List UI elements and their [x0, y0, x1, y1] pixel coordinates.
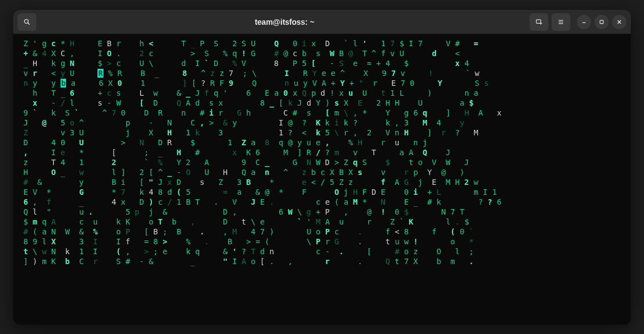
matrix-line: # ( a N W & % o P [ B ; B . , M 4 7 ) U …	[19, 227, 625, 237]
window-controls	[530, 13, 626, 31]
matrix-line: $ m q A c u k K o T b , D t \ e ` ' M A …	[19, 217, 625, 227]
matrix-line: Q l " u . 5 p j & D , 6 W \ g + P , @ ! …	[19, 207, 625, 217]
matrix-line: v r < y U R % R B _ 8 ^ z z 7 ; \ I R Y …	[19, 68, 625, 78]
new-tab-button[interactable]	[530, 13, 548, 31]
titlebar: team@itsfoss: ~	[13, 10, 631, 34]
matrix-line: t \ w N k 1 I ( , > ; e k q & ' ? T d n …	[19, 247, 625, 256]
matrix-line: D 4 0 U > N D R $ 1 Z a 8 q @ y u e , % …	[19, 138, 625, 147]
matrix-line: 9 ` k S ` ^ 7 0 D R n # i r G h C # s [ …	[19, 108, 625, 118]
matrix-line: x - / l s - W [ D Q A d s x 8 _ [ k J d …	[19, 98, 625, 108]
matrix-line: E V * G * 7 k 4 8 d ( 5 = a & @ * F O j …	[19, 187, 625, 197]
new-tab-icon	[535, 18, 543, 26]
matrix-line: n y y b a 6 X 0 1 ] [ ? R F 9 Q n u y V …	[19, 78, 625, 88]
matrix-line: Z v 3 U j X H 1 k 3 1 ? < k 5 \ r , 2 V …	[19, 128, 625, 138]
menu-button[interactable]	[552, 13, 570, 31]
matrix-line: ] ) m K b C r S # - & _ " I A o [ . , r …	[19, 256, 625, 266]
svg-rect-9	[600, 20, 603, 24]
matrix-line: , I e * [ ; _ H # x K 6 M ] R / ? m v T …	[19, 147, 625, 157]
search-button[interactable]	[18, 13, 36, 31]
matrix-line: _ H k g N $ > c U \ d I ` D % V 8 P 5 [ …	[19, 58, 625, 68]
matrix-line: # & y B i [ " J x D s Z 3 B * e < / 5 Z …	[19, 177, 625, 187]
matrix-line: Z ' g c * H E B r h < T _ P S 2 S U Q 0 …	[19, 39, 625, 48]
close-button[interactable]	[612, 15, 626, 29]
matrix-line: J @ 5 o ^ p - N C , > & y I @ ? K k i k …	[19, 118, 625, 128]
svg-point-0	[24, 19, 28, 23]
matrix-line: + & 4 X C , I O . 2 c > S % q ! G # @ c …	[19, 48, 625, 58]
maximize-icon	[598, 18, 605, 26]
matrix-line: 6 , f _ 4 x D ) c / 1 B T . V J E . c e …	[19, 197, 625, 207]
maximize-button[interactable]	[594, 15, 609, 29]
minimize-button[interactable]	[577, 15, 591, 29]
close-icon	[615, 18, 623, 26]
matrix-line: h T _ 6 + c s L w & _ J f q ' 6 E a 0 x …	[19, 88, 625, 98]
search-icon	[23, 18, 31, 26]
matrix-line: z T 4 1 2 ` % Y 2 A 9 C _ G N W D > Z q …	[19, 157, 625, 167]
svg-line-1	[28, 23, 29, 24]
minimize-icon	[580, 18, 588, 26]
matrix-line: 8 9 l X 3 I I f = 8 > % . B > = ( \ P r …	[19, 237, 625, 247]
terminal-window: team@itsfoss: ~ Z ' g c * H E B r h < T …	[13, 10, 631, 325]
svg-rect-2	[536, 19, 541, 23]
terminal-output[interactable]: Z ' g c * H E B r h < T _ P S 2 S U Q 0 …	[13, 34, 631, 325]
matrix-line: H O _ w l ] 2 [ ^ _ - O U H Q a n ^ z b …	[19, 167, 625, 177]
window-title: team@itsfoss: ~	[40, 18, 530, 26]
hamburger-menu-icon	[557, 18, 565, 26]
